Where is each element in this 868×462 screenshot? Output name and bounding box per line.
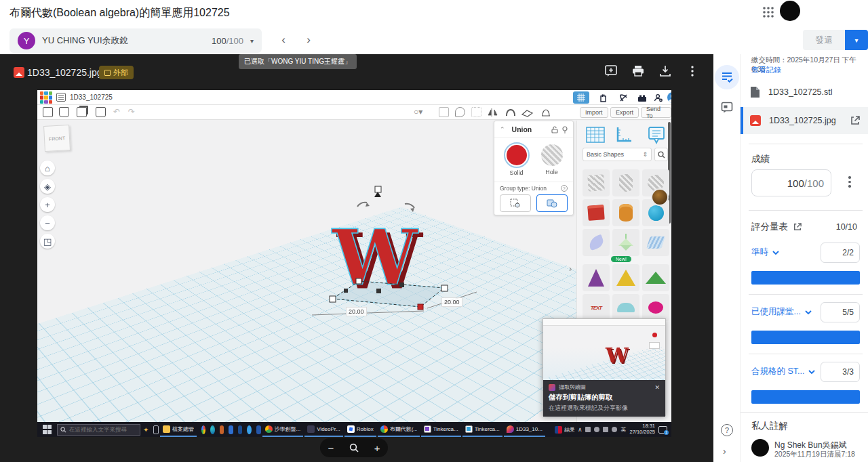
start-button[interactable]: [43, 425, 52, 434]
edge-icon[interactable]: [210, 425, 215, 434]
screen: 布爾代數(Boolean algebra)的簡單應用102725 Y YU CH…: [0, 0, 868, 462]
taskbar-app-2[interactable]: Roblox: [344, 422, 376, 437]
taskbar-search[interactable]: [57, 424, 140, 436]
snip-notification[interactable]: 擷取與繪圖 ✕ 儲存到剪貼簿的剪取 在這裡選取來標記及分享影像: [543, 380, 665, 417]
shape-search-button[interactable]: [654, 148, 668, 161]
grade-more-icon[interactable]: [844, 176, 856, 190]
criterion-2-bar: [751, 331, 860, 344]
file-row-jpg-selected[interactable]: 1D33_102725.jpg: [741, 107, 868, 134]
help-icon[interactable]: ?: [561, 185, 568, 192]
more-vert-icon[interactable]: [686, 65, 698, 77]
taskbar-app-0[interactable]: 沙學創盤...: [262, 422, 304, 437]
ruler-sketch-icon[interactable]: [615, 126, 633, 144]
criterion-2-label[interactable]: 已使用課堂...: [751, 306, 812, 318]
open-in-new-icon[interactable]: [793, 223, 802, 231]
zoom-in-button[interactable]: +: [374, 443, 380, 453]
shape-cylinder[interactable]: [612, 199, 639, 226]
return-button[interactable]: 發還: [803, 30, 845, 50]
ime-language[interactable]: 英: [620, 426, 626, 434]
grade-input[interactable]: 100/100: [751, 169, 831, 196]
shape-round[interactable]: [642, 294, 669, 321]
app-blue-2-icon[interactable]: [247, 425, 252, 434]
collapse-sidebar-chevron[interactable]: ›: [723, 446, 726, 457]
svg-text:W: W: [332, 213, 419, 301]
shape-box-hole[interactable]: [583, 169, 610, 196]
shape-cylinder-hole[interactable]: [612, 169, 639, 196]
copilot-sparkle-icon[interactable]: ✦: [143, 426, 149, 434]
print-icon[interactable]: [632, 65, 644, 77]
group-mode-2-button[interactable]: [536, 194, 568, 212]
open-in-new-icon[interactable]: [850, 116, 860, 125]
grade-value: 100: [212, 36, 226, 46]
panel-collapse-chevron[interactable]: ›: [569, 264, 572, 274]
shape-roof[interactable]: [642, 264, 669, 291]
notes-sketch-icon[interactable]: [648, 126, 665, 145]
add-comment-icon[interactable]: [605, 65, 617, 77]
taskbar-app-7[interactable]: 結果: [552, 422, 578, 437]
file-row-stl[interactable]: 1D33_102725.stl: [741, 80, 868, 104]
shape-cone[interactable]: [583, 264, 610, 291]
solid-label: Solid: [505, 169, 528, 176]
taskbar-file-explorer[interactable]: 檔案總管: [160, 422, 197, 437]
shape-box[interactable]: [583, 199, 610, 226]
shape-scribble[interactable]: [642, 229, 669, 256]
taskbar-clock[interactable]: 18:31 27/10/2025: [629, 423, 655, 435]
grading-tab[interactable]: [715, 65, 739, 89]
shape-half-sphere[interactable]: [612, 294, 639, 321]
unlock-icon[interactable]: [551, 126, 558, 133]
taskbar-app-1[interactable]: VideoPr...: [304, 422, 343, 437]
comment-bank-tab[interactable]: [721, 102, 733, 114]
criterion-2-score[interactable]: 5/5: [821, 302, 860, 322]
app-blue-1-icon[interactable]: [238, 425, 243, 434]
hole-option[interactable]: Hole: [541, 144, 563, 176]
help-icon[interactable]: ?: [721, 424, 733, 436]
shape-spinner-top[interactable]: [612, 229, 639, 256]
task-view-icon[interactable]: [153, 425, 159, 434]
align-icon: [471, 107, 481, 117]
view-history-link[interactable]: 查看記錄: [751, 65, 781, 75]
shape-text[interactable]: TEXT: [583, 294, 610, 321]
criterion-1-score[interactable]: 2/2: [821, 243, 860, 263]
close-icon[interactable]: ✕: [654, 384, 660, 391]
account-avatar[interactable]: [780, 1, 800, 21]
taskbar-app-5[interactable]: Tinkerca...: [462, 422, 502, 437]
criterion-3-score[interactable]: 3/3: [821, 362, 860, 382]
taskbar-app-4[interactable]: Tinkerca...: [421, 422, 461, 437]
tray-icon-1[interactable]: [585, 427, 591, 432]
file-name: 1D33_102725.stl: [768, 87, 833, 97]
criterion-3-label[interactable]: 合規格的 ST...: [751, 366, 815, 377]
student-selector[interactable]: Y YU CHING YUI余政銳 100/100 ▾: [9, 28, 262, 53]
lightbulb-icon[interactable]: [562, 126, 568, 133]
tinkercad-logo: [40, 91, 52, 104]
action-center-icon[interactable]: [658, 426, 667, 434]
chrome-icon[interactable]: [201, 425, 206, 434]
shape-category-dropdown[interactable]: Basic Shapes ⇕: [583, 148, 652, 161]
grade-total: /100: [226, 36, 243, 46]
workplane-sketch-icon[interactable]: [585, 126, 606, 144]
photos-icon[interactable]: [229, 425, 233, 434]
store-icon[interactable]: [220, 425, 224, 434]
taskbar-app-3[interactable]: 布爾代數(...: [378, 422, 420, 437]
download-icon[interactable]: [659, 65, 671, 77]
private-comments-heading: 私人註解: [751, 420, 788, 432]
magnifier-icon[interactable]: [349, 443, 359, 453]
tray-icon-4[interactable]: [612, 427, 617, 432]
criterion-1-label[interactable]: 準時: [751, 247, 779, 258]
tray-expand-icon[interactable]: ∧: [578, 426, 583, 433]
tray-icon-2[interactable]: [594, 427, 599, 432]
taskbar-search-input[interactable]: [69, 426, 137, 433]
solid-option[interactable]: Solid: [505, 144, 528, 176]
collapse-icon[interactable]: ⌃: [500, 126, 505, 133]
shape-paraboloid[interactable]: [583, 229, 610, 256]
next-student-button[interactable]: ›: [300, 31, 317, 49]
zoom-out-button[interactable]: −: [328, 443, 334, 453]
google-apps-icon[interactable]: [761, 5, 776, 20]
chevron-down-icon[interactable]: ▾: [250, 37, 254, 45]
app-blue-3-icon[interactable]: [256, 425, 261, 434]
shape-pyramid[interactable]: [612, 264, 639, 291]
tray-icon-3[interactable]: [603, 427, 608, 432]
prev-student-button[interactable]: ‹: [275, 31, 292, 49]
taskbar-app-6[interactable]: 1D33_10...: [504, 422, 545, 437]
return-dropdown-button[interactable]: ▾: [845, 30, 868, 50]
union-title: Union: [512, 125, 532, 133]
